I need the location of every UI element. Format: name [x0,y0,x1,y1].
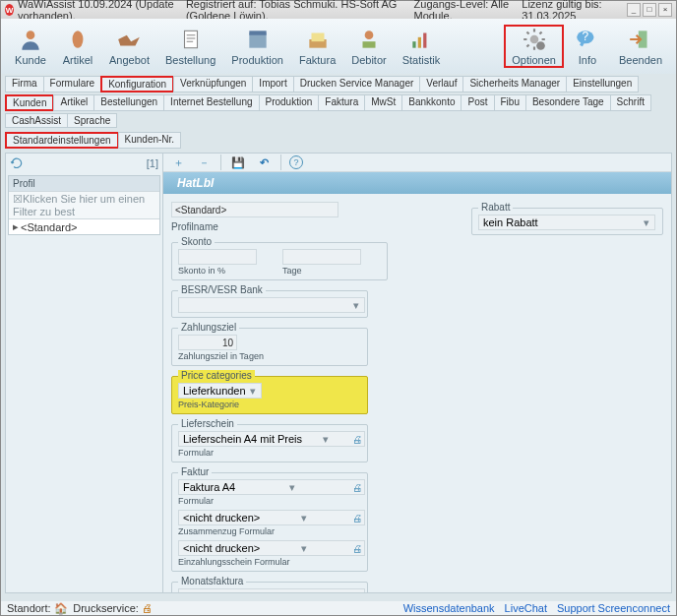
tabrow-1: FirmaFormulareKonfigurationVerknüpfungen… [1,74,676,92]
statistik-icon [408,27,434,52]
group-faktur: Faktur Faktura A4▾🖨 Formular <nicht druc… [171,472,368,572]
bestellung-icon [178,27,204,52]
toolbar-produktion[interactable]: Produktion [223,25,291,68]
tab-fibu[interactable]: Fibu [494,94,526,111]
help-button[interactable]: ? [289,155,303,169]
svg-rect-10 [418,37,421,48]
sidebar: [1] Profil ☒Klicken Sie hier um einen Fi… [6,154,163,592]
grid-filter-row[interactable]: ☒Klicken Sie hier um einen Filter zu bes… [9,191,159,219]
tab-sicherheits-manager[interactable]: Sicherheits Manager [462,76,567,92]
tab-internet-bestellung[interactable]: Internet Bestellung [163,94,259,111]
monatsfaktura-combo[interactable]: ▾ [178,588,365,592]
grid-header-profil[interactable]: Profil [9,176,159,191]
tab-bankkonto[interactable]: Bankkonto [401,94,462,111]
add-button[interactable]: ＋ [169,154,187,171]
skonto-tage-input[interactable] [282,249,361,265]
tab-standardeinstellungen[interactable]: Standardeinstellungen [5,132,119,149]
tab-import[interactable]: Import [252,76,293,92]
toolbar-artikel[interactable]: Artikel [54,25,101,68]
app-logo-icon: W [5,4,14,16]
svg-rect-2 [184,31,197,47]
tab-schrift[interactable]: Schrift [610,94,651,111]
skonto-pct-input[interactable] [178,249,257,265]
tab-faktura[interactable]: Faktura [318,94,365,111]
toolbar-info[interactable]: ?Info [564,25,611,68]
tab-firma[interactable]: Firma [5,76,44,92]
tab-post[interactable]: Post [461,94,494,111]
link-livechat[interactable]: LiveChat [505,602,547,614]
tab-besondere-tage[interactable]: Besondere Tage [525,94,611,111]
toolbar-beenden[interactable]: Beenden [611,25,670,68]
produktion-icon [245,27,271,52]
besr-combo[interactable]: ▾ [178,297,365,313]
form-banner: HatLbl [163,172,671,194]
tab-cashassist[interactable]: CashAssist [5,113,68,128]
print-icon: 🖨 [352,482,362,493]
tab-einstellungen[interactable]: Einstellungen [566,76,639,92]
remove-button[interactable]: － [195,154,213,171]
tab-verknüpfungen[interactable]: Verknüpfungen [173,76,253,92]
zusammenzug-combo[interactable]: <nicht drucken>▾🖨 [178,510,365,525]
group-rabatt: Rabatt kein Rabatt▾ [471,208,663,235]
status-druckservice: Druckservice: 🖨 [73,602,153,614]
angebot-icon [116,27,142,52]
tab-mwst[interactable]: MwSt [364,94,402,111]
svg-rect-9 [412,41,415,47]
svg-text:?: ? [582,30,588,43]
save-button[interactable]: 💾 [229,154,247,171]
toolbar-debitor[interactable]: Debitor [343,25,394,68]
refresh-icon[interactable] [10,156,24,170]
artikel-icon [65,27,91,52]
svg-point-0 [27,31,35,39]
svg-rect-8 [362,41,375,47]
einzahlung-combo[interactable]: <nicht drucken>▾🖨 [178,540,365,556]
kunde-icon [18,27,43,52]
grid-row-standard[interactable]: ▸<Standard> [9,219,159,234]
debitor-icon [356,27,382,52]
toolbar-statistik[interactable]: Statistik [395,25,449,68]
rabatt-combo[interactable]: kein Rabatt▾ [478,215,655,230]
minimize-button[interactable]: _ [627,3,641,17]
svg-rect-4 [249,31,266,34]
toolbar-optionen[interactable]: Optionen [504,25,564,68]
undo-button[interactable]: ↶ [255,154,273,171]
statusbar: Standort: 🏠 Druckservice: 🖨 Wissensdaten… [1,597,676,615]
close-button[interactable]: × [658,3,672,17]
svg-rect-3 [249,33,266,48]
toolbar-faktura[interactable]: Faktura [291,25,343,68]
toolbar-angebot[interactable]: Angebot [101,25,157,68]
tab-kunden[interactable]: Kunden [5,94,54,111]
tabrow-2: KundenArtikelBestellungenInternet Bestel… [1,92,676,128]
zahlungsziel-input[interactable] [178,335,237,350]
tab-konfiguration[interactable]: Konfiguration [100,76,174,92]
tab-drucken-service-manager[interactable]: Drucken Service Manager [293,76,421,92]
tab-kunden-nr.[interactable]: Kunden-Nr. [118,132,182,149]
group-monatsfaktura: Monatsfaktura ▾ [171,582,368,592]
tab-artikel[interactable]: Artikel [53,94,94,111]
price-category-combo[interactable]: Lieferkunden▾ [178,383,262,399]
profilname-label: Profilname [171,221,442,232]
tab-formulare[interactable]: Formulare [43,76,102,92]
maximize-button[interactable]: □ [643,3,656,17]
tab-verlauf[interactable]: Verlauf [419,76,463,92]
tab-produktion[interactable]: Produktion [259,94,320,111]
optionen-icon [522,27,547,52]
group-price-categories: Price categories Lieferkunden▾ Preis-Kat… [171,376,368,414]
lieferschein-combo[interactable]: Lieferschein A4 mit Preis▾🖨 [178,431,365,447]
group-zahlungsziel: Zahlungsziel Zahlungsziel in Tagen [171,328,368,366]
tabrow-3: StandardeinstellungenKunden-Nr. [1,130,676,149]
group-lieferschein: Lieferschein Lieferschein A4 mit Preis▾🖨… [171,424,368,462]
toolbar-kunde[interactable]: Kunde [7,25,54,68]
page-indicator: [1] [147,157,158,169]
beenden-icon [628,27,653,52]
standard-input[interactable] [171,202,338,217]
link-wissensdatenbank[interactable]: Wissensdatenbank [403,602,495,614]
faktur-combo[interactable]: Faktura A4▾🖨 [178,479,365,495]
profile-grid: Profil ☒Klicken Sie hier um einen Filter… [8,175,160,235]
toolbar-bestellung[interactable]: Bestellung [157,25,223,68]
tab-bestellungen[interactable]: Bestellungen [93,94,164,111]
tab-sprache[interactable]: Sprache [67,113,117,128]
printer-icon: 🖨 [142,602,153,614]
faktura-icon [305,27,331,52]
link-support[interactable]: Support Screenconnect [557,602,670,614]
